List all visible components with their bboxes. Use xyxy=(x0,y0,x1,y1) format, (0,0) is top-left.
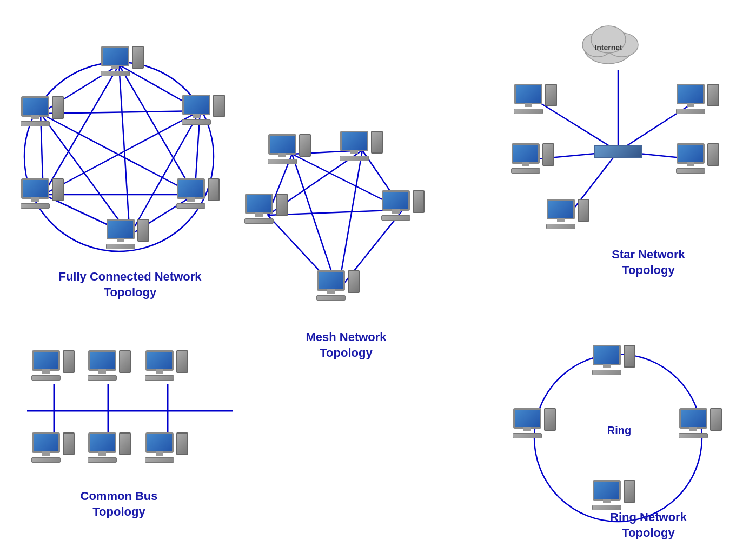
bus-computer-b2 xyxy=(88,432,117,463)
tower-icon xyxy=(119,432,131,455)
monitor-icon xyxy=(512,143,540,164)
diagram-container: Fully Connected Network Topology xyxy=(0,0,756,560)
tower-icon xyxy=(413,190,425,213)
star-switch xyxy=(594,145,642,158)
keyboard-icon xyxy=(176,203,205,209)
mesh-computer-tr xyxy=(340,131,369,161)
keyboard-icon xyxy=(145,457,174,463)
keyboard-icon xyxy=(31,457,61,463)
monitor-icon xyxy=(679,408,707,429)
monitor-icon xyxy=(677,143,705,164)
svg-line-8 xyxy=(41,111,200,114)
tower-icon xyxy=(624,345,635,368)
keyboard-icon xyxy=(679,433,708,438)
keyboard-icon xyxy=(88,375,117,381)
keyboard-icon xyxy=(88,457,117,463)
tower-icon xyxy=(119,350,131,373)
monitor-icon xyxy=(145,350,174,371)
svg-line-3 xyxy=(43,65,119,195)
monitor-icon xyxy=(593,480,621,501)
tower-icon xyxy=(348,270,360,293)
tower-icon xyxy=(542,143,554,166)
monitor-icon xyxy=(340,131,368,151)
keyboard-icon xyxy=(546,224,575,229)
keyboard-icon xyxy=(21,203,50,209)
monitor-icon xyxy=(513,408,541,429)
monitor-icon xyxy=(593,345,621,365)
star-label: Star Network Topology xyxy=(594,247,702,278)
ring-computer-top xyxy=(592,345,621,375)
monitor-icon xyxy=(107,219,135,239)
ring-computer-left xyxy=(513,408,542,438)
tower-icon xyxy=(63,432,75,455)
svg-line-2 xyxy=(119,65,130,235)
tower-icon xyxy=(176,432,188,455)
keyboard-icon xyxy=(340,156,369,161)
fc-computer-top xyxy=(101,46,130,76)
ring-computer-bot xyxy=(592,480,621,510)
svg-text:Internet: Internet xyxy=(594,43,622,52)
tower-icon xyxy=(52,96,64,119)
tower-icon xyxy=(276,194,288,216)
fc-computer-bot xyxy=(106,219,135,249)
star-computer-mr xyxy=(676,143,705,174)
svg-line-21 xyxy=(338,150,362,291)
star-computer-tr xyxy=(676,84,705,114)
keyboard-icon xyxy=(514,109,543,114)
monitor-icon xyxy=(677,84,705,104)
ring-computer-right xyxy=(679,408,708,438)
monitor-icon xyxy=(547,199,575,219)
tower-icon xyxy=(213,95,225,117)
fc-computer-tr xyxy=(182,95,211,125)
bus-computer-b1 xyxy=(31,432,61,463)
bus-computer-t1 xyxy=(31,350,61,381)
monitor-icon xyxy=(268,134,296,155)
tower-icon xyxy=(208,178,220,201)
keyboard-icon xyxy=(316,295,346,301)
tower-icon xyxy=(176,350,188,373)
tower-icon xyxy=(137,219,149,242)
keyboard-icon xyxy=(268,159,297,164)
keyboard-icon xyxy=(182,119,211,125)
svg-line-13 xyxy=(41,114,130,235)
tower-icon xyxy=(578,199,589,222)
mesh-computer-mr xyxy=(381,190,410,221)
monitor-icon xyxy=(21,96,49,117)
fc-computer-br xyxy=(176,178,205,209)
star-computer-bot xyxy=(546,199,575,229)
keyboard-icon xyxy=(145,375,174,381)
mesh-computer-ml xyxy=(244,194,274,224)
tower-icon xyxy=(707,84,719,106)
tower-icon xyxy=(63,350,75,373)
monitor-icon xyxy=(32,350,60,371)
keyboard-icon xyxy=(513,433,542,438)
tower-icon xyxy=(371,131,383,154)
keyboard-icon xyxy=(106,244,135,249)
monitor-icon xyxy=(245,194,273,214)
tower-icon xyxy=(52,178,64,201)
tower-icon xyxy=(710,408,722,431)
monitor-icon xyxy=(88,432,116,453)
keyboard-icon xyxy=(511,168,540,174)
tower-icon xyxy=(707,143,719,166)
keyboard-icon xyxy=(592,370,621,375)
keyboard-icon xyxy=(101,71,130,76)
bus-computer-t2 xyxy=(88,350,117,381)
fc-computer-bl xyxy=(21,178,50,209)
tower-icon xyxy=(299,134,311,157)
monitor-icon xyxy=(88,350,116,371)
ring-label: Ring Network Topology xyxy=(594,510,702,541)
internet-cloud: Internet xyxy=(579,15,649,71)
star-computer-ml xyxy=(511,143,540,174)
monitor-icon xyxy=(21,178,49,199)
monitor-icon xyxy=(177,178,205,199)
keyboard-icon xyxy=(31,375,61,381)
bus-computer-t3 xyxy=(145,350,174,381)
tower-icon xyxy=(545,84,557,106)
tower-icon xyxy=(624,480,635,503)
keyboard-icon xyxy=(676,168,705,174)
fc-computer-tl xyxy=(21,96,50,126)
tower-icon xyxy=(132,46,144,69)
keyboard-icon xyxy=(381,215,410,221)
monitor-icon xyxy=(182,95,210,115)
